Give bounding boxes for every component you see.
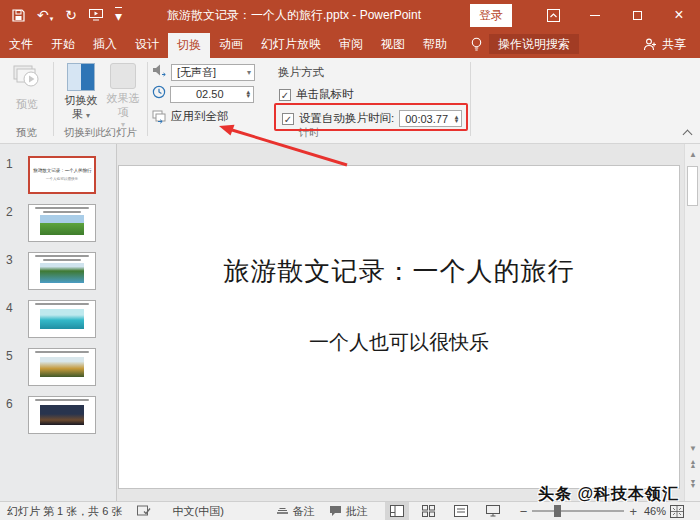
minimize-icon [590, 15, 600, 16]
slide-thumbnail-preview[interactable] [28, 252, 96, 290]
tab-help[interactable]: 帮助 [414, 30, 456, 58]
close-button[interactable]: × [658, 0, 700, 30]
tab-transitions[interactable]: 切换 [168, 33, 210, 58]
sound-icon [152, 63, 167, 81]
slide-number: 3 [6, 252, 28, 290]
tab-home[interactable]: 开始 [42, 30, 84, 58]
close-icon: × [674, 6, 683, 24]
transition-group: 切换效 果 ▾ 效果选项 ▾ 切换到此幻灯片 [54, 58, 147, 143]
tell-me-search[interactable]: 操作说明搜索 [489, 34, 579, 54]
comments-toggle[interactable]: 批注 [322, 504, 375, 519]
collapse-ribbon-icon[interactable] [683, 128, 692, 137]
sign-in-button[interactable]: 登录 [470, 4, 512, 27]
share-button[interactable]: 共享 [643, 30, 700, 58]
scrollbar-thumb[interactable] [687, 166, 698, 206]
auto-advance-checkbox[interactable]: ✓ 设置自动换片时间: 00:03.77 ▴▾ [282, 110, 462, 127]
slide-thumbnail-6[interactable]: 6 [6, 396, 116, 434]
effect-options-icon [110, 63, 136, 89]
slide-thumbnail-preview[interactable] [28, 300, 96, 338]
lightbulb-icon [456, 30, 489, 58]
share-label: 共享 [662, 36, 686, 53]
duration-value: 02.50 [176, 88, 243, 100]
preview-group: 预览 预览 [0, 58, 53, 143]
thumbnail-text-line [35, 399, 89, 401]
duration-spinner[interactable]: 02.50 ▴▾ [170, 86, 254, 103]
language-status[interactable]: 中文(中国) [166, 502, 231, 520]
minimize-button[interactable] [574, 0, 616, 30]
auto-advance-time-value: 00:03.77 [405, 113, 448, 125]
slideshow-view-button[interactable] [481, 502, 505, 520]
zoom-percentage[interactable]: 46% [642, 505, 670, 517]
maximize-button[interactable] [616, 0, 658, 30]
reading-view-button[interactable] [449, 502, 473, 520]
content-area: 1旅游散文记录：一个人的旅行一个人也可以很快乐23456 旅游散文记录：一个人的… [0, 144, 700, 501]
notes-toggle[interactable]: 备注 [269, 504, 322, 519]
preview-button[interactable]: 预览 [5, 61, 49, 112]
normal-view-button[interactable] [385, 502, 409, 520]
slide-thumbnail-4[interactable]: 4 [6, 300, 116, 338]
apply-to-all-button[interactable]: 应用到全部 [152, 109, 229, 124]
tab-design[interactable]: 设计 [126, 30, 168, 58]
zoom-out-button[interactable]: − [515, 504, 533, 519]
thumbnail-image [40, 309, 84, 329]
tab-insert[interactable]: 插入 [84, 30, 126, 58]
editing-canvas: 旅游散文记录：一个人的旅行 一个人也可以很快乐 [118, 144, 684, 501]
auto-advance-time-spinner[interactable]: 00:03.77 ▴▾ [399, 110, 462, 127]
tab-review[interactable]: 审阅 [330, 30, 372, 58]
slide-thumbnail-1[interactable]: 1旅游散文记录：一个人的旅行一个人也可以很快乐 [6, 156, 116, 194]
slideshow-from-start-icon[interactable] [89, 9, 103, 21]
thumbnail-title-text: 旅游散文记录：一个人的旅行 [33, 167, 92, 172]
save-icon[interactable] [12, 9, 25, 22]
transition-effect-button[interactable]: 切换效 果 ▾ [59, 61, 103, 122]
comments-icon [329, 505, 342, 517]
zoom-slider-thumb[interactable] [554, 505, 561, 517]
transition-group-label: 切换到此幻灯片 [54, 126, 147, 140]
zoom-in-button[interactable]: + [624, 504, 642, 519]
scroll-down-icon[interactable]: ▼ [685, 442, 700, 456]
tab-animations[interactable]: 动画 [210, 30, 252, 58]
previous-slide-icon[interactable]: ▲▲ [685, 460, 700, 474]
tab-view[interactable]: 视图 [372, 30, 414, 58]
ribbon-transitions: 预览 预览 切换效 果 ▾ 效果选项 ▾ 切换到此幻灯片 [0, 58, 700, 144]
accessibility-check-icon[interactable] [130, 502, 158, 520]
preview-button-label: 预览 [5, 98, 49, 112]
slide-canvas[interactable]: 旅游散文记录：一个人的旅行 一个人也可以很快乐 [118, 165, 680, 489]
thumbnail-text-line [35, 255, 89, 257]
sound-value: [无声音] [177, 65, 216, 80]
tab-file[interactable]: 文件 [0, 30, 42, 58]
tab-slideshow[interactable]: 幻灯片放映 [252, 30, 330, 58]
slide-thumbnail-preview[interactable] [28, 204, 96, 242]
thumbnail-subtitle-text: 一个人也可以很快乐 [46, 176, 78, 181]
window-title: 旅游散文记录：一个人的旅行.pptx - PowerPoint [118, 7, 470, 24]
slide-thumbnail-preview[interactable]: 旅游散文记录：一个人的旅行一个人也可以很快乐 [28, 156, 96, 194]
duration-clock-icon [152, 85, 166, 103]
thumbnail-image [40, 357, 84, 377]
timing-group: [无声音] ▾ 02.50 ▴▾ 应用到全部 换片方式 [148, 58, 470, 143]
slide-number: 1 [6, 156, 28, 194]
on-mouse-click-checkbox[interactable]: ✓ 单击鼠标时 [279, 87, 354, 102]
checkbox-checked-icon: ✓ [282, 113, 294, 125]
comments-label: 批注 [346, 504, 368, 519]
timing-group-label: 计时 [148, 126, 470, 140]
thumbnail-text-line [43, 259, 81, 261]
slide-sorter-view-button[interactable] [417, 502, 441, 520]
next-slide-icon[interactable]: ▼▼ [685, 480, 700, 494]
slide-thumbnail-preview[interactable] [28, 396, 96, 434]
effect-options-button[interactable]: 效果选项 ▾ [103, 61, 143, 129]
slide-thumbnail-5[interactable]: 5 [6, 348, 116, 386]
sound-dropdown[interactable]: [无声音] ▾ [171, 64, 255, 81]
slide-thumbnail-3[interactable]: 3 [6, 252, 116, 290]
ribbon-display-options-icon[interactable] [532, 0, 574, 30]
slide-thumbnail-2[interactable]: 2 [6, 204, 116, 242]
slide-thumbnail-preview[interactable] [28, 348, 96, 386]
apply-to-all-icon [152, 110, 167, 124]
slide-title-text[interactable]: 旅游散文记录：一个人的旅行 [119, 254, 679, 289]
effect-options-label: 效果选项 [103, 92, 143, 120]
scroll-up-icon[interactable]: ▲ [685, 148, 700, 162]
apply-to-all-label: 应用到全部 [171, 109, 229, 124]
fit-slide-to-window-button[interactable] [670, 505, 684, 518]
slide-subtitle-text[interactable]: 一个人也可以很快乐 [119, 329, 679, 356]
undo-button[interactable]: ↶ ▾ [37, 8, 53, 22]
redo-icon[interactable]: ↻ [65, 8, 77, 22]
slide-number: 4 [6, 300, 28, 338]
